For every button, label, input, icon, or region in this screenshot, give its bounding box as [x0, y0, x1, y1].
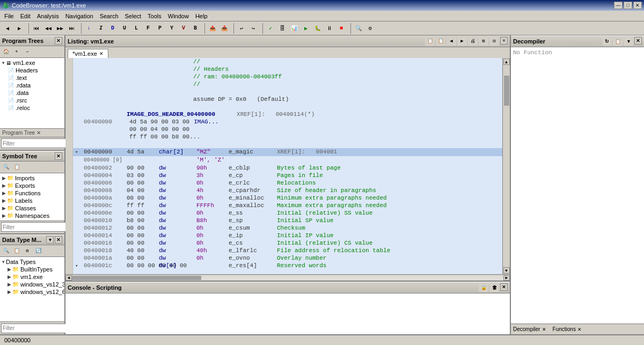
toolbar-v[interactable]: V	[178, 23, 189, 34]
scrollbar-up[interactable]: ▲	[503, 58, 510, 65]
decompiler-close[interactable]: ✕	[634, 37, 642, 45]
symbol-labels[interactable]: ▶ 📁 Labels	[1, 197, 63, 204]
symbol-functions[interactable]: ▶ 📁 Functions	[1, 189, 63, 197]
e-magic-expand[interactable]: ▾	[75, 149, 84, 156]
toolbar-stop[interactable]: ■	[336, 23, 347, 34]
toolbar-btn2[interactable]: ◀◀	[43, 23, 54, 34]
program-tree-close[interactable]: ✕	[55, 37, 62, 45]
toolbar-redo[interactable]: ↪	[248, 23, 259, 34]
decompiler-tab-close[interactable]: ✕	[542, 327, 546, 332]
toolbar-check[interactable]: ✓	[265, 23, 276, 34]
labels-expand[interactable]: ▶	[2, 198, 6, 203]
toolbar-step[interactable]: ⏸	[324, 23, 335, 34]
toolbar-y[interactable]: Y	[166, 23, 177, 34]
toolbar-btn3[interactable]: ▶▶	[55, 23, 65, 34]
functions-expand[interactable]: ▶	[2, 190, 6, 196]
symbol-tree-close[interactable]: ✕	[55, 152, 62, 160]
listing-tb3[interactable]: ◀	[447, 37, 456, 46]
st-btn1[interactable]: 🔍	[1, 163, 11, 171]
dt-expand[interactable]: ▾	[2, 259, 5, 265]
scrollbar-down[interactable]: ▼	[503, 267, 510, 274]
listing-e-cp[interactable]: 00400004 03 00 dw 3h e_cp Pages in file	[73, 172, 502, 179]
close-button[interactable]: ✕	[633, 2, 642, 9]
listing-e-ovno[interactable]: 0040001a 00 00 dw 0h e_ovno Overlay numb…	[73, 254, 502, 262]
tree-item-vm1exe[interactable]: ▾ 🖥 vm1.exe	[1, 59, 63, 67]
dt-vm1exe-expand[interactable]: ▶	[8, 274, 11, 280]
toolbar-b[interactable]: B	[190, 23, 201, 34]
listing-tab-close[interactable]: ✕	[99, 51, 104, 56]
minimize-button[interactable]: —	[614, 2, 623, 9]
dt-filter-input[interactable]	[1, 324, 72, 333]
tree-item-text[interactable]: 📄 .text	[1, 74, 63, 82]
scrollbar-thumb[interactable]	[504, 76, 509, 106]
tree-item-reloc[interactable]: 📄 .reloc	[1, 104, 63, 112]
menu-window[interactable]: Window	[165, 12, 192, 20]
toolbar-import[interactable]: 📥	[219, 23, 230, 34]
dt-vm1exe[interactable]: ▶ 📁 vm1.exe	[1, 273, 63, 281]
toolbar-debug[interactable]: 🐛	[312, 23, 323, 34]
toolbar-run[interactable]: ▶	[301, 23, 311, 34]
data-type-dropdown[interactable]: ▾	[46, 236, 54, 244]
console-lock[interactable]: 🔒	[479, 283, 488, 292]
symbol-exports[interactable]: ▶ 📁 Exports	[1, 182, 63, 189]
dt-win32-expand[interactable]: ▶	[8, 282, 11, 287]
tree-item-headers[interactable]: 📄 Headers	[1, 67, 63, 74]
symbol-namespaces[interactable]: ▶ 📁 Namespaces	[1, 212, 63, 219]
toolbar-i[interactable]: I	[96, 23, 106, 34]
listing-e-cblp[interactable]: 00400002 90 00 dw 90h e_cblp Bytes of la…	[73, 164, 502, 172]
tree-item-rdata[interactable]: 📄 .rdata	[1, 82, 63, 89]
listing-scrollbar[interactable]: ▲ ▼	[502, 58, 510, 274]
menu-edit[interactable]: Edit	[17, 12, 34, 20]
hscroll-thumb[interactable]	[72, 276, 201, 280]
toolbar-u[interactable]: U	[119, 23, 130, 34]
listing-e-cs[interactable]: 00400016 00 00 dw 0h e_cs Initial (relat…	[73, 239, 502, 247]
toolbar-btn1[interactable]: ⏮	[31, 23, 42, 34]
tree-item-data[interactable]: 📄 .data	[1, 89, 63, 97]
listing-hscroll[interactable]: ◀ ▶	[65, 274, 510, 281]
menu-analysis[interactable]: Analysis	[34, 12, 62, 20]
pt-del[interactable]: −	[23, 48, 32, 56]
decompiler-dropdown[interactable]: ▾	[624, 37, 633, 46]
toolbar-d[interactable]: D	[107, 23, 118, 34]
listing-e-ip[interactable]: 00400014 00 00 dw 0h e_ip Initial IP val…	[73, 232, 502, 239]
functions-tab-close[interactable]: ✕	[577, 327, 582, 332]
toolbar-mem[interactable]: 🗄	[277, 23, 288, 34]
st-btn2[interactable]: 📋	[12, 163, 21, 171]
titlebar-controls[interactable]: — □ ✕	[614, 2, 642, 9]
dt-builtin[interactable]: ▶ 📁 BuiltInTypes	[1, 266, 63, 273]
toolbar-pic[interactable]: 📊	[289, 23, 299, 34]
listing-e-maxalloc[interactable]: 0040000c ff ff dw FFFFh e_maxalloc Maxim…	[73, 202, 502, 209]
listing-e-cparhdr[interactable]: 00400008 04 00 dw 4h e_cparhdr Size of h…	[73, 187, 502, 194]
toolbar-p[interactable]: P	[155, 23, 165, 34]
listing-code[interactable]: // // Headers // ram: 00400000-004003ff	[73, 58, 502, 274]
classes-expand[interactable]: ▶	[2, 205, 6, 211]
program-tree-filter-input[interactable]	[1, 138, 72, 148]
menu-tools[interactable]: Tools	[144, 12, 165, 20]
symbol-imports[interactable]: ▶ 📁 Imports	[1, 174, 63, 182]
pt-home[interactable]: 🏠	[1, 48, 11, 56]
toolbar-down[interactable]: ↓	[84, 23, 94, 34]
decompiler-btn2[interactable]: 📋	[613, 37, 623, 46]
console-content[interactable]	[65, 293, 510, 334]
toolbar-export[interactable]: 📤	[207, 23, 218, 34]
menu-help[interactable]: Help	[192, 12, 211, 20]
listing-tab-vm1exe[interactable]: *vm1.exe ✕	[68, 49, 108, 58]
listing-tb7[interactable]: ⊟	[489, 37, 499, 46]
listing-e-res4[interactable]: ▾ 0040001c 00 00 00 00 00 00 dw[4] e_res…	[73, 262, 502, 270]
menu-navigation[interactable]: Navigation	[62, 12, 97, 20]
listing-close[interactable]: ✕	[500, 37, 508, 45]
menu-search[interactable]: Search	[97, 12, 122, 20]
listing-e-minalloc[interactable]: 0040000a 00 00 dw 0h e_minalloc Minimum …	[73, 194, 502, 202]
listing-tb5[interactable]: 🖨	[468, 37, 478, 46]
dt-win32[interactable]: ▶ 📁 windows_vs12_32	[1, 281, 63, 288]
imports-expand[interactable]: ▶	[2, 175, 6, 181]
dt-btn1[interactable]: 🔍	[1, 246, 11, 255]
menu-file[interactable]: File	[1, 12, 17, 20]
decompiler-tab-functions[interactable]: Functions ✕	[553, 326, 582, 332]
toolbar-extra1[interactable]: 🔍	[353, 23, 364, 34]
console-close[interactable]: ✕	[500, 283, 508, 291]
toolbar-undo[interactable]: ↩	[236, 23, 247, 34]
console-clear[interactable]: 🗑	[489, 283, 499, 292]
dt-data-types[interactable]: ▾ Data Types	[1, 258, 63, 266]
dt-btn3[interactable]: ⚙	[23, 246, 32, 255]
